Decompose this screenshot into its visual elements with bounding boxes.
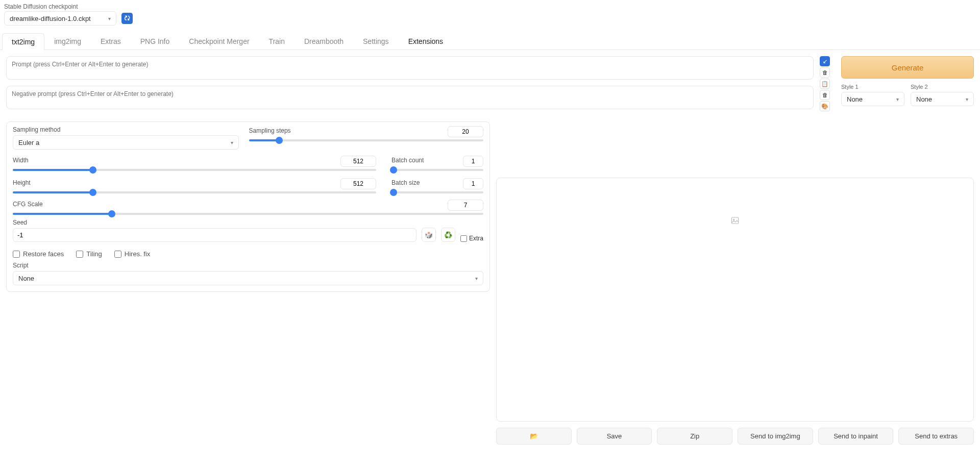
paste-button[interactable]: 📋 [820,79,830,89]
tiling-checkbox[interactable]: Tiling [76,250,102,258]
style1-select[interactable]: None▾ [841,92,904,106]
height-slider[interactable] [13,191,376,193]
script-select[interactable]: None▾ [13,271,483,285]
script-label: Script [13,262,483,269]
seed-extra-checkbox[interactable]: Extra [460,235,483,242]
cfg-slider[interactable] [13,213,483,215]
sampling-steps-input[interactable] [448,126,483,137]
batch-size-slider[interactable] [391,191,483,193]
batch-count-slider[interactable] [391,169,483,171]
style2-label: Style 2 [911,84,974,90]
main-tabs: txt2img img2img Extras PNG Info Checkpoi… [0,33,980,50]
refresh-checkpoint-button[interactable]: 🗘 [121,13,133,24]
batch-count-label: Batch count [391,157,424,164]
open-folder-button[interactable]: 📂 [496,428,572,445]
arrow-icon: ↙ [823,58,827,65]
dice-icon: 🎲 [425,231,433,239]
tab-txt2img[interactable]: txt2img [2,33,44,50]
sampling-method-label: Sampling method [13,126,239,133]
trash-icon: 🗑 [822,92,828,98]
chevron-down-icon: ▾ [108,16,111,21]
chevron-down-icon: ▾ [231,140,233,145]
negative-prompt-input[interactable] [6,86,814,109]
tab-dreambooth[interactable]: Dreambooth [295,33,353,50]
send-img2img-button[interactable]: Send to img2img [738,428,813,445]
chevron-down-icon: ▾ [966,96,968,102]
style2-select[interactable]: None▾ [911,92,974,106]
batch-count-input[interactable] [463,156,483,167]
tab-train[interactable]: Train [259,33,295,50]
tab-settings[interactable]: Settings [353,33,399,50]
send-inpaint-button[interactable]: Send to inpaint [818,428,894,445]
sampling-steps-slider[interactable] [249,139,483,141]
tab-pnginfo[interactable]: PNG Info [131,33,180,50]
sampling-method-select[interactable]: Euler a▾ [13,135,239,150]
trash-button[interactable]: 🗑 [820,90,830,100]
tab-extensions[interactable]: Extensions [399,33,453,50]
seed-input[interactable] [13,228,416,242]
prompt-input[interactable] [6,56,814,80]
seed-random-button[interactable]: 🎲 [422,228,436,242]
svg-point-1 [733,219,734,220]
image-placeholder-icon [730,216,740,227]
batch-size-input[interactable] [463,178,483,189]
clear-prompt-button[interactable]: 🗑 [820,67,830,78]
batch-size-label: Batch size [391,179,420,186]
recycle-icon: ♻️ [444,231,452,239]
settings-panel: Sampling method Euler a▾ Sampling steps [6,121,490,292]
sampling-steps-label: Sampling steps [249,127,291,134]
zip-button[interactable]: Zip [657,428,732,445]
seed-reuse-button[interactable]: ♻️ [441,228,455,242]
styles-palette-button[interactable]: 🎨 [820,101,830,111]
cfg-input[interactable] [448,200,483,211]
checkpoint-label: Stable Diffusion checkpoint [4,3,116,10]
clipboard-icon: 📋 [821,81,828,87]
height-label: Height [13,179,31,186]
chevron-down-icon: ▾ [475,276,478,281]
interrogate-arrow-button[interactable]: ↙ [820,56,830,66]
hires-fix-checkbox[interactable]: Hires. fix [114,250,151,258]
width-input[interactable] [340,156,376,167]
width-label: Width [13,157,29,164]
send-extras-button[interactable]: Send to extras [898,428,974,445]
clear-icon: 🗑 [822,69,828,76]
svg-rect-0 [731,217,739,224]
refresh-icon: 🗘 [124,15,130,22]
checkpoint-select[interactable]: dreamlike-diffusion-1.0.ckpt ▾ [4,11,116,26]
seed-label: Seed [13,219,416,226]
tab-checkpoint-merger[interactable]: Checkpoint Merger [179,33,259,50]
folder-icon: 📂 [530,432,538,440]
palette-icon: 🎨 [821,103,828,110]
output-gallery [496,178,974,422]
tab-img2img[interactable]: img2img [44,33,91,50]
restore-faces-checkbox[interactable]: Restore faces [13,250,64,258]
height-input[interactable] [340,178,376,189]
cfg-label: CFG Scale [13,201,43,208]
chevron-down-icon: ▾ [896,96,899,102]
style1-label: Style 1 [841,84,904,90]
generate-button[interactable]: Generate [841,56,974,79]
tab-extras[interactable]: Extras [91,33,131,50]
width-slider[interactable] [13,169,376,171]
save-button[interactable]: Save [577,428,652,445]
